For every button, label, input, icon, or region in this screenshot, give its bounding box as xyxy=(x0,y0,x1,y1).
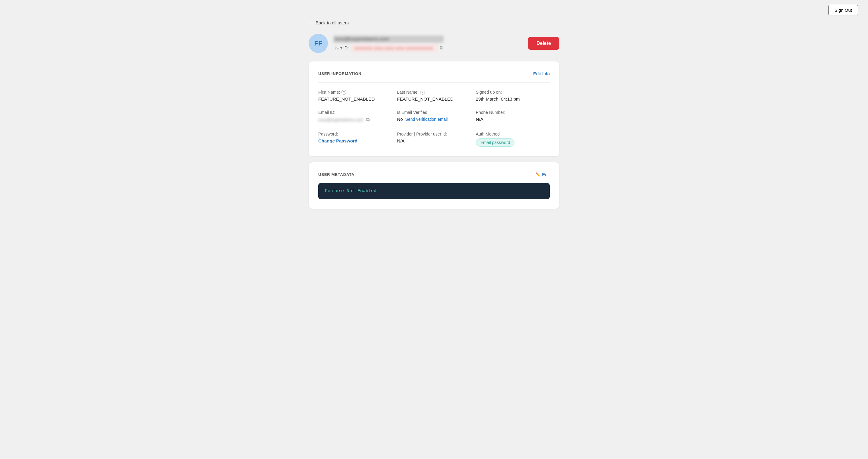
signed-up-field: Signed up on: 29th March, 04:13 pm xyxy=(476,90,550,101)
signed-up-value: 29th March, 04:13 pm xyxy=(476,96,550,101)
avatar: FF xyxy=(309,34,328,53)
last-name-label: Last Name: ? xyxy=(397,90,471,95)
top-bar: Sign Out xyxy=(0,0,868,20)
back-link[interactable]: ← Back to all users xyxy=(309,20,559,25)
metadata-code-content: Feature Not Enabled xyxy=(325,189,376,194)
user-metadata-card-header: USER METADATA ✏️ Edit xyxy=(318,172,550,177)
provider-label: Provider | Provider user id: xyxy=(397,132,471,136)
change-password-link[interactable]: Change Password xyxy=(318,138,358,143)
email-id-value: xxxx@supertokens.com xyxy=(318,118,363,122)
sign-out-button[interactable]: Sign Out xyxy=(828,5,858,15)
delete-user-button[interactable]: Delete xyxy=(528,37,559,50)
user-metadata-card: USER METADATA ✏️ Edit Feature Not Enable… xyxy=(309,162,559,209)
auth-method-badge: Email password xyxy=(476,138,515,147)
password-label: Password: xyxy=(318,132,392,136)
user-info-top: xxxx@supertokens.com User ID: xxxxxxxx-x… xyxy=(333,36,444,52)
user-metadata-edit-label: Edit xyxy=(542,172,550,177)
user-information-card-header: USER INFORMATION Edit Info xyxy=(318,71,550,76)
card-divider xyxy=(318,82,550,83)
user-header-left: FF xxxx@supertokens.com User ID: xxxxxxx… xyxy=(309,34,444,53)
email-verified-label: Is Email Verified: xyxy=(397,110,471,115)
phone-number-value: N/A xyxy=(476,117,550,122)
email-verified-field: Is Email Verified: No Send verification … xyxy=(397,110,471,123)
copy-user-id-button[interactable]: ⧉ xyxy=(439,44,444,51)
first-name-label: First Name: ? xyxy=(318,90,392,95)
user-header: FF xxxx@supertokens.com User ID: xxxxxxx… xyxy=(309,34,559,53)
password-field: Password: Change Password xyxy=(318,132,392,147)
last-name-help-icon[interactable]: ? xyxy=(420,90,425,95)
phone-number-field: Phone Number: N/A xyxy=(476,110,550,123)
user-email: xxxx@supertokens.com xyxy=(333,36,444,43)
last-name-value: FEATURE_NOT_ENABLED xyxy=(397,96,471,101)
send-verification-email-link[interactable]: Send verification email xyxy=(405,117,448,122)
back-link-label: Back to all users xyxy=(315,20,349,25)
phone-number-label: Phone Number: xyxy=(476,110,550,115)
user-metadata-edit-link[interactable]: ✏️ Edit xyxy=(535,172,550,177)
email-id-label: Email ID: xyxy=(318,110,392,115)
email-verified-value: No xyxy=(397,117,403,122)
email-id-row: xxxx@supertokens.com ⧉ xyxy=(318,117,392,123)
provider-field: Provider | Provider user id: N/A xyxy=(397,132,471,147)
first-name-value: FEATURE_NOT_ENABLED xyxy=(318,96,392,101)
copy-email-button[interactable]: ⧉ xyxy=(366,117,370,123)
user-information-card: USER INFORMATION Edit Info First Name: ?… xyxy=(309,61,559,156)
signed-up-label: Signed up on: xyxy=(476,90,550,95)
back-arrow-icon: ← xyxy=(309,20,313,25)
user-metadata-title: USER METADATA xyxy=(318,172,354,177)
provider-value: N/A xyxy=(397,138,471,143)
auth-method-label: Auth Method xyxy=(476,132,550,136)
last-name-field: Last Name: ? FEATURE_NOT_ENABLED xyxy=(397,90,471,101)
user-id-value: xxxxxxxx-xxxx-xxxx-xxxx-xxxxxxxxxxxx xyxy=(351,44,436,52)
first-name-field: First Name: ? FEATURE_NOT_ENABLED xyxy=(318,90,392,101)
user-information-title: USER INFORMATION xyxy=(318,71,361,76)
email-verified-row: No Send verification email xyxy=(397,117,471,122)
email-id-field: Email ID: xxxx@supertokens.com ⧉ xyxy=(318,110,392,123)
auth-method-field: Auth Method Email password xyxy=(476,132,550,147)
user-info-grid: First Name: ? FEATURE_NOT_ENABLED Last N… xyxy=(318,90,550,147)
edit-info-link[interactable]: Edit Info xyxy=(533,71,550,76)
user-id-label: User ID: xyxy=(333,45,349,50)
first-name-help-icon[interactable]: ? xyxy=(341,90,346,95)
user-id-row: User ID: xxxxxxxx-xxxx-xxxx-xxxx-xxxxxxx… xyxy=(333,44,444,52)
main-container: ← Back to all users FF xxxx@supertokens.… xyxy=(301,20,567,227)
pencil-icon: ✏️ xyxy=(535,172,540,177)
metadata-code-block: Feature Not Enabled xyxy=(318,183,550,199)
